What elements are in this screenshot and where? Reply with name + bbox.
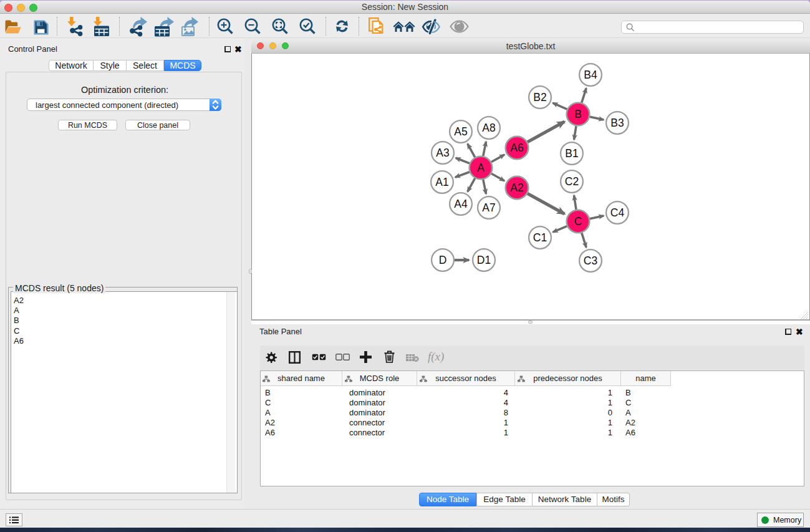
svg-text:A8: A8 <box>482 122 495 134</box>
svg-text:B2: B2 <box>533 91 546 104</box>
svg-text:A5: A5 <box>454 125 467 138</box>
svg-text:B3: B3 <box>610 117 624 129</box>
svg-text:D: D <box>439 254 447 266</box>
svg-text:A2: A2 <box>510 181 523 194</box>
svg-text:A4: A4 <box>454 198 468 210</box>
svg-text:C: C <box>574 215 582 228</box>
svg-text:B4: B4 <box>584 69 597 81</box>
svg-text:C2: C2 <box>565 175 579 188</box>
svg-text:A: A <box>477 162 485 174</box>
svg-text:C4: C4 <box>610 206 625 219</box>
svg-text:C3: C3 <box>584 254 597 267</box>
svg-text:B: B <box>574 108 582 120</box>
svg-text:A6: A6 <box>510 142 523 154</box>
svg-text:A7: A7 <box>482 201 495 214</box>
svg-text:B1: B1 <box>565 147 578 160</box>
svg-text:D1: D1 <box>477 254 491 266</box>
svg-text:A3: A3 <box>436 147 449 159</box>
svg-text:A1: A1 <box>435 176 448 188</box>
svg-text:C1: C1 <box>533 231 547 244</box>
